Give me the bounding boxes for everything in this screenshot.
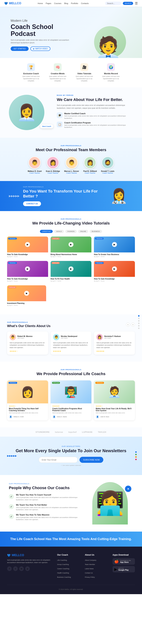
testimonial-1: 👨 Nicolas Vanderpool Life Coach Sed ut p… [51, 332, 92, 355]
coach-author-avatar-0: 👤 [9, 415, 13, 418]
coach-stars-0: ★★★★☆ [9, 405, 46, 407]
social-linkedin[interactable]: in [19, 566, 24, 571]
scroll-dot-4[interactable] [138, 325, 139, 326]
why-badge-icon: ● [127, 487, 129, 490]
coach-card-2: TRENDING 🧑‍💼 ★★★★☆ Matter How Great Your… [94, 380, 135, 420]
features-section: 🏆 Exclusive Coach Quis autem vel eum iur… [0, 58, 142, 87]
scroll-dot-1[interactable] [138, 318, 139, 319]
coach-person-icon-2: 🧑‍💼 [108, 386, 121, 398]
testimonials-next-button[interactable]: › [131, 322, 135, 326]
why-item-title-2: We Teach You How To Take Massive [16, 514, 80, 516]
why-item-text-0: We Teach You How To Coach Yourself Sed u… [16, 494, 80, 501]
logo[interactable]: 💙 WELLCO [4, 2, 21, 5]
why-item-text-2: We Teach You How To Take Massive Sed ut … [16, 514, 80, 521]
scroll-dot-5[interactable] [138, 328, 139, 329]
footer-link-1-2[interactable]: Latest News [85, 568, 94, 570]
tab-lifestyle[interactable]: LIFESTYLE [40, 230, 53, 233]
cta-contact-button[interactable]: CONTACT US [23, 201, 41, 206]
about-feature-text-1: Coach Certification Program Sed ut persp… [64, 122, 133, 128]
footer-link-1-0[interactable]: About Company [85, 559, 96, 561]
coach-info-2: ★★★★☆ Matter How Great Your Life At Read… [94, 404, 135, 420]
android-icon: ▶ [114, 567, 117, 571]
coach-thumb-0: TRENDING 👩 [7, 380, 48, 404]
video-badge-1: POPULAR [52, 238, 60, 240]
newsletter-email-input[interactable] [39, 457, 78, 463]
nav-courses[interactable]: Courses [54, 2, 61, 4]
footer-link-1-4[interactable]: Privacy Policy [85, 576, 95, 578]
coach-info-1: ★★★★★ Coach Certification Programs Most … [51, 404, 92, 420]
testimonials-header: OUR PROFESSIONALS What's Our Clients Abo… [7, 322, 135, 328]
hero-buttons: GET STARTED ▶ WATCH VIDEO [11, 46, 71, 51]
testimonial-info-1: Nicolas Vanderpool Life Coach [61, 335, 77, 339]
video-thumb-0: TRENDING ▶ [7, 236, 48, 252]
testimonials-prev-button[interactable]: ‹ [126, 322, 130, 326]
play-button-0[interactable]: ▶ [25, 242, 30, 247]
nav-pages[interactable]: Pages [46, 2, 51, 4]
tab-fashion[interactable]: FASHION [65, 230, 77, 233]
feature-title-1: Creative Minds [47, 72, 68, 74]
nav-blog[interactable]: Blog [64, 2, 68, 4]
social-pinterest[interactable]: p [25, 566, 30, 571]
feature-icon-3: 🌍 [107, 63, 115, 71]
video-thumb-3: TRENDING ▶ [7, 261, 48, 277]
scroll-dot-0[interactable] [138, 315, 139, 316]
footer: 💙 WELLCO Sed ut perspiciatis unde omnis … [0, 546, 142, 594]
coach-author-avatar-1: 👤 [52, 415, 56, 418]
tab-online[interactable]: ONLINE [78, 230, 88, 233]
testimonial-avatar-2: 👩 [96, 334, 103, 340]
team-section: OUR PROFESSIONALS Meet Our Professinoal … [0, 138, 142, 181]
video-card-1: POPULAR ▶ Bring About Harmonious Home By… [51, 236, 92, 258]
search-input[interactable] [105, 2, 121, 5]
about-feature-icon-1: 📋 [57, 122, 62, 127]
watch-video-button[interactable]: ▶ WATCH VIDEO [30, 46, 50, 51]
hamburger-icon[interactable]: ☰ [135, 2, 138, 5]
coach-author-2: 👤 Juliet M. Beck [96, 415, 133, 418]
nav-portfolio[interactable]: Portfolio [71, 2, 78, 4]
app-store-button[interactable]: 🍎 Download on the App Store [113, 558, 135, 565]
footer-brand-col: 💙 WELLCO Sed ut perspiciatis unde omnis … [7, 554, 52, 580]
coach-card-1: POPULAR 👨‍🏫 ★★★★★ Coach Certification Pr… [51, 380, 92, 420]
scroll-dot-2[interactable] [138, 320, 139, 322]
brand-2: topchef [68, 431, 77, 433]
video-badge-4: POPULAR [52, 262, 60, 264]
get-started-button[interactable]: GET STARTED [11, 46, 29, 51]
about-feature-desc-0: Sed ut perspiciatis unde omnis iste natu… [64, 115, 133, 119]
search-button[interactable]: SEARCH [123, 2, 133, 5]
social-facebook[interactable]: f [7, 566, 12, 571]
footer-col-title-0: Our Coach [57, 554, 80, 556]
footer-link-0-4[interactable]: Business Coaching [57, 576, 71, 578]
footer-link-0-1[interactable]: Group Coaching [57, 564, 69, 565]
play-button-2[interactable]: ▶ [112, 242, 117, 247]
play-button-1[interactable]: ▶ [68, 242, 74, 247]
team-role-4: Coach Teacher [101, 172, 114, 174]
nav-home[interactable]: Home [38, 2, 43, 4]
footer-link-0-2[interactable]: Career Coaching [57, 568, 69, 570]
play-button-5[interactable]: ▶ [112, 266, 117, 271]
play-button-4[interactable]: ▶ [68, 266, 74, 271]
scroll-dot-3[interactable] [138, 322, 139, 324]
tab-business[interactable]: BUSINESS [90, 230, 102, 233]
subscribe-button[interactable]: SUBSCRIBE NOW [80, 457, 103, 463]
testimonials-section: OUR PROFESSIONALS What's Our Clients Abo… [0, 314, 142, 362]
feature-creative-minds: 🧠 Creative Minds Quis autem vel eum iure… [47, 63, 68, 82]
footer-link-0-0[interactable]: Life Coaching [57, 559, 67, 561]
logo-icon: 💙 [4, 2, 8, 5]
tab-goals[interactable]: GOALS [54, 230, 64, 233]
footer-about: Sed ut perspiciatis unde omnis iste natu… [7, 559, 52, 564]
google-play-button[interactable]: ▶ Get it on Google Play [113, 566, 135, 572]
nav-contacts[interactable]: Contacts [81, 2, 89, 4]
newsletter-tag: OUR NEWSLETTERS [7, 446, 135, 447]
video-tag: OUR PROFESSIONALS [7, 218, 135, 220]
why-item-0: ✓ We Teach You How To Coach Yourself Sed… [9, 494, 80, 501]
newsletter-form: SUBSCRIBE NOW [7, 457, 135, 463]
play-button-3[interactable]: ▶ [25, 266, 30, 271]
footer-link-1-3[interactable]: Contact Us [85, 572, 93, 574]
footer-links-1: About Company Team Member Latest News Co… [85, 558, 107, 578]
footer-link-0-3[interactable]: Health Coaching [57, 572, 69, 574]
coach-thumb-2: TRENDING 🧑‍💼 [94, 380, 135, 404]
footer-link-1-1[interactable]: Team Member [85, 564, 95, 565]
social-twitter[interactable]: t [13, 566, 18, 571]
play-button-6[interactable]: ▶ [24, 291, 29, 296]
why-item-desc-1: Sed ut perspiciatis unde omnis iste natu… [16, 506, 80, 511]
feature-title-2: Video Tutorials [74, 72, 95, 74]
